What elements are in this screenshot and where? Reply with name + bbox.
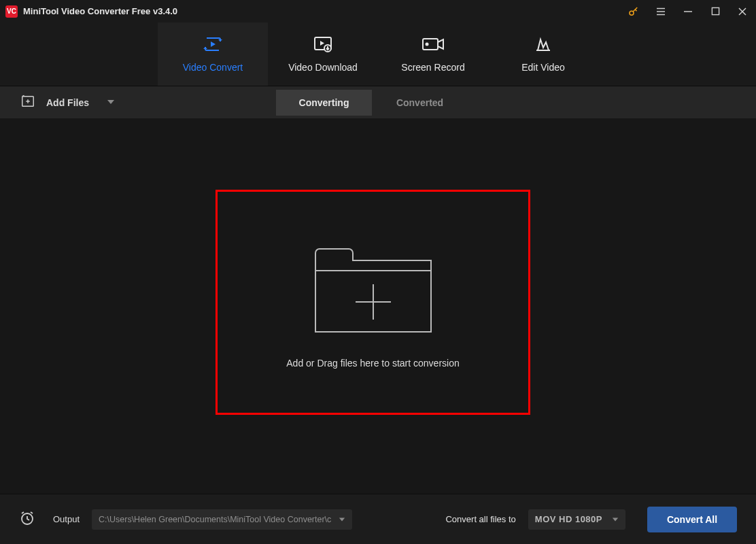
svg-marker-24 xyxy=(339,517,345,521)
tab-converted[interactable]: Converted xyxy=(372,90,468,116)
minimize-icon[interactable] xyxy=(674,0,702,22)
nav-screen-record[interactable]: Screen Record xyxy=(378,22,488,86)
close-icon[interactable] xyxy=(729,0,756,22)
tab-label: Converting xyxy=(299,97,349,108)
nav-video-download[interactable]: Video Download xyxy=(268,22,378,86)
output-path-text: C:\Users\Helen Green\Documents\MiniTool … xyxy=(99,515,332,524)
nav-label: Screen Record xyxy=(401,62,464,73)
key-icon[interactable] xyxy=(620,0,647,22)
maximize-icon[interactable] xyxy=(702,0,729,22)
output-format-dropdown[interactable]: MOV HD 1080P xyxy=(528,509,625,530)
titlebar: VC MiniTool Video Converter Free v3.4.0 xyxy=(0,0,756,22)
chevron-down-icon xyxy=(107,97,115,108)
nav-video-convert[interactable]: Video Convert xyxy=(158,22,268,86)
svg-rect-14 xyxy=(423,39,438,50)
nav-label: Video Download xyxy=(288,62,358,73)
toolbar: Add Files Converting Converted xyxy=(0,86,756,118)
chevron-down-icon xyxy=(612,513,619,526)
download-icon xyxy=(313,35,333,55)
drop-zone-text: Add or Drag files here to start conversi… xyxy=(286,358,459,369)
nav-edit-video[interactable]: Edit Video xyxy=(488,22,598,86)
app-title: MiniTool Video Converter Free v3.4.0 xyxy=(23,6,177,16)
clock-icon[interactable] xyxy=(19,510,35,529)
convert-all-button[interactable]: Convert All xyxy=(647,507,737,532)
window-controls xyxy=(620,0,756,22)
folder-plus-icon xyxy=(312,237,434,341)
convert-all-label: Convert All xyxy=(667,514,717,525)
svg-rect-5 xyxy=(712,7,719,14)
main-nav: Video Convert Video Download xyxy=(0,22,756,86)
chevron-down-icon xyxy=(339,513,345,526)
svg-marker-10 xyxy=(211,41,216,47)
svg-marker-9 xyxy=(203,47,207,49)
svg-marker-19 xyxy=(107,100,114,104)
status-tabs: Converting Converted xyxy=(276,90,468,116)
footer: Output C:\Users\Helen Green\Documents\Mi… xyxy=(0,494,756,544)
app-logo: VC xyxy=(5,5,18,18)
edit-icon xyxy=(534,35,553,55)
add-file-icon xyxy=(20,94,35,111)
svg-marker-8 xyxy=(218,39,222,41)
add-files-label: Add Files xyxy=(46,97,89,108)
menu-icon[interactable] xyxy=(647,0,674,22)
svg-point-0 xyxy=(630,11,634,15)
output-format-text: MOV HD 1080P xyxy=(535,514,602,524)
content-area: Add or Drag files here to start conversi… xyxy=(0,118,756,494)
svg-marker-12 xyxy=(320,41,324,46)
nav-label: Edit Video xyxy=(521,62,565,73)
output-path-dropdown[interactable]: C:\Users\Helen Green\Documents\MiniTool … xyxy=(92,509,352,530)
drop-zone[interactable]: Add or Drag files here to start conversi… xyxy=(216,190,530,415)
convert-icon xyxy=(203,35,223,55)
svg-marker-25 xyxy=(613,517,618,521)
record-icon xyxy=(422,35,445,55)
add-files-button[interactable]: Add Files xyxy=(0,94,115,111)
output-label: Output xyxy=(53,514,80,524)
svg-point-15 xyxy=(426,43,429,46)
tab-label: Converted xyxy=(396,97,443,108)
convert-to-label: Convert all files to xyxy=(445,514,515,524)
tab-converting[interactable]: Converting xyxy=(276,90,372,116)
nav-label: Video Convert xyxy=(183,62,243,73)
